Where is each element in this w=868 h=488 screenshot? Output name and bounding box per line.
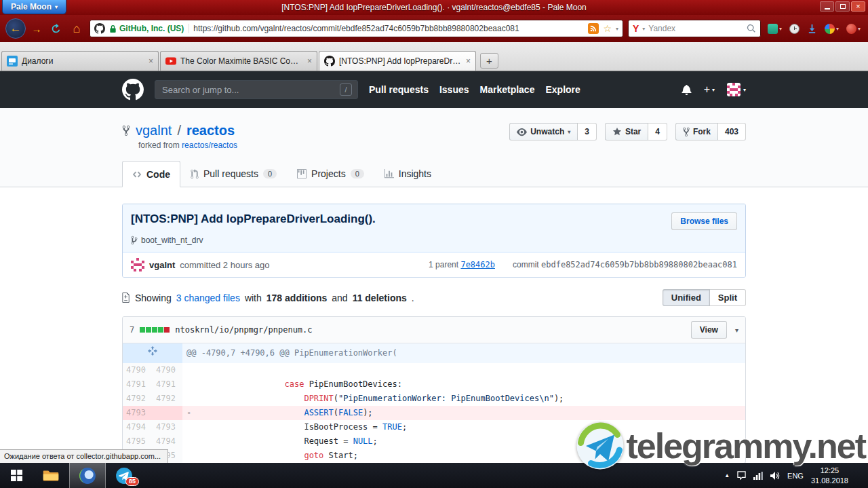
home-button[interactable]: ⌂ bbox=[68, 20, 85, 37]
action-center-icon[interactable] bbox=[737, 471, 746, 480]
repo-name-link[interactable]: reactos bbox=[186, 123, 235, 138]
chevron-down-icon: ▾ bbox=[712, 87, 715, 93]
tab-pull-requests[interactable]: Pull requests 0 bbox=[180, 161, 287, 187]
tab-close-icon[interactable]: × bbox=[307, 57, 312, 65]
github-logo[interactable] bbox=[122, 79, 144, 100]
parent-sha-link[interactable]: 7e8462b bbox=[460, 260, 495, 269]
expand-hunk-button[interactable] bbox=[123, 343, 182, 363]
nav-explore[interactable]: Explore bbox=[545, 84, 580, 95]
taskbar-telegram-button[interactable]: 85 bbox=[106, 463, 142, 488]
new-line-number[interactable]: 4790 bbox=[153, 363, 182, 377]
back-button[interactable]: ← bbox=[5, 18, 26, 39]
extension-button-3[interactable]: ▾ bbox=[823, 20, 841, 37]
magnifier-icon[interactable] bbox=[747, 24, 756, 33]
new-line-number[interactable] bbox=[153, 406, 182, 420]
author-avatar[interactable] bbox=[131, 258, 144, 271]
unwatch-button[interactable]: Unwatch ▾ bbox=[509, 123, 578, 140]
diffstat-square-add bbox=[140, 327, 145, 333]
notifications-bell-icon[interactable] bbox=[682, 84, 692, 95]
old-line-number[interactable]: 4793 bbox=[123, 406, 153, 420]
new-tab-button[interactable]: + bbox=[480, 53, 498, 69]
split-toggle[interactable]: Split bbox=[710, 289, 746, 306]
create-new-button[interactable]: + ▾ bbox=[704, 83, 715, 96]
taskbar-explorer-button[interactable] bbox=[33, 463, 69, 488]
summary-with: with bbox=[245, 293, 262, 303]
tab-youtube[interactable]: The Color Maximite BASIC Computer... × bbox=[160, 51, 317, 71]
hidden-icons-chevron[interactable]: ▲ bbox=[724, 472, 730, 478]
github-search[interactable]: / bbox=[155, 80, 358, 99]
volume-icon[interactable] bbox=[770, 472, 780, 480]
code-token: ( bbox=[334, 408, 338, 417]
fork-count[interactable]: 403 bbox=[718, 123, 746, 140]
urlbar-dropdown-icon[interactable]: ▾ bbox=[616, 26, 618, 32]
new-line-number[interactable]: 4793 bbox=[153, 420, 182, 434]
github-favicon bbox=[324, 56, 335, 67]
old-line-number[interactable]: 4795 bbox=[123, 434, 153, 449]
tab-close-icon[interactable]: × bbox=[466, 57, 471, 65]
new-line-number[interactable]: 4794 bbox=[153, 434, 182, 449]
diffstat-square-add bbox=[158, 327, 163, 333]
new-line-number[interactable]: 4792 bbox=[153, 392, 182, 406]
star-button[interactable]: Star bbox=[605, 123, 648, 140]
changed-files-link[interactable]: 3 changed files bbox=[176, 293, 240, 303]
rss-icon[interactable] bbox=[588, 23, 599, 34]
minimize-button[interactable] bbox=[820, 1, 834, 12]
taskbar-clock[interactable]: 12:25 31.08.2018 bbox=[811, 466, 848, 485]
tab-dialogs[interactable]: Диалоги × bbox=[1, 51, 159, 71]
extension-button-2[interactable] bbox=[787, 20, 802, 37]
forward-button[interactable]: → bbox=[31, 23, 43, 35]
code-token bbox=[191, 422, 304, 432]
branch-name[interactable]: boot_with_nt_drv bbox=[141, 236, 203, 245]
file-menu-chevron-icon[interactable]: ▾ bbox=[735, 326, 738, 334]
repo-owner-link[interactable]: vgalnt bbox=[136, 123, 172, 138]
old-line-number[interactable]: 4794 bbox=[123, 420, 153, 434]
search-box[interactable]: Y ▾ Yandex bbox=[628, 20, 761, 37]
restore-button[interactable] bbox=[835, 1, 850, 12]
user-menu[interactable]: ▾ bbox=[727, 83, 746, 96]
view-file-button[interactable]: View bbox=[691, 321, 727, 339]
unified-toggle[interactable]: Unified bbox=[663, 289, 710, 306]
file-diff: 7 ntoskrnl/io/pnpmgr/pnpenum.c View ▾ bbox=[122, 316, 746, 463]
language-indicator[interactable]: ENG bbox=[787, 472, 804, 480]
file-name[interactable]: ntoskrnl/io/pnpmgr/pnpenum.c bbox=[175, 325, 312, 335]
tab-close-icon[interactable]: × bbox=[149, 57, 153, 65]
taskbar-palemoon-button[interactable] bbox=[69, 463, 106, 488]
site-identity[interactable]: GitHub, Inc. (US) bbox=[109, 24, 189, 33]
code-token: DPRINT bbox=[304, 394, 333, 403]
adblock-button[interactable]: ▾ bbox=[844, 20, 863, 37]
pull-request-icon bbox=[191, 169, 199, 179]
browse-files-button[interactable]: Browse files bbox=[671, 212, 737, 230]
tab-code[interactable]: Code bbox=[122, 161, 180, 187]
start-button[interactable] bbox=[0, 463, 33, 488]
old-line-number[interactable]: 4791 bbox=[123, 377, 153, 392]
new-line-number[interactable]: 4791 bbox=[153, 377, 182, 392]
tab-insights[interactable]: Insights bbox=[374, 161, 441, 187]
close-button[interactable]: × bbox=[851, 1, 865, 12]
nav-marketplace[interactable]: Marketplace bbox=[480, 84, 535, 95]
tab-projects[interactable]: Projects 0 bbox=[287, 161, 374, 187]
code-token: Request = bbox=[304, 436, 353, 446]
old-line-number[interactable]: 4790 bbox=[123, 363, 153, 377]
commit-author[interactable]: vgalnt bbox=[149, 260, 175, 270]
tab-github-commit[interactable]: [NTOS:PNP] Add IopPrepareDriverLo... × bbox=[319, 51, 476, 71]
star-icon bbox=[612, 127, 622, 136]
network-icon[interactable] bbox=[753, 472, 763, 480]
github-search-input[interactable] bbox=[161, 84, 340, 96]
summary-prefix: Showing bbox=[135, 293, 172, 303]
browser-toolbar: ← → ⌂ GitHub, Inc. (US) https://github.c… bbox=[0, 15, 868, 42]
extension-button-1[interactable]: ▾ bbox=[766, 20, 784, 37]
watch-count[interactable]: 3 bbox=[578, 123, 597, 140]
palemoon-menu-button[interactable]: Pale Moon ▾ bbox=[2, 0, 66, 14]
old-line-number[interactable]: 4792 bbox=[123, 392, 153, 406]
bookmark-star-icon[interactable]: ☆ bbox=[603, 24, 612, 33]
download-manager-button[interactable] bbox=[805, 20, 819, 37]
reload-button[interactable] bbox=[47, 20, 64, 37]
search-engine-dropdown-icon[interactable]: ▾ bbox=[642, 26, 645, 32]
fork-button[interactable]: Fork bbox=[675, 123, 718, 140]
star-count[interactable]: 4 bbox=[648, 123, 667, 140]
nav-pull-requests[interactable]: Pull requests bbox=[369, 84, 429, 95]
nav-issues[interactable]: Issues bbox=[439, 84, 469, 95]
commit-box: [NTOS:PNP] Add IopPrepareDriverLoading()… bbox=[122, 204, 746, 278]
fork-source-link[interactable]: reactos/reactos bbox=[182, 140, 237, 150]
address-bar[interactable]: GitHub, Inc. (US) https://github.com/vga… bbox=[90, 20, 623, 37]
